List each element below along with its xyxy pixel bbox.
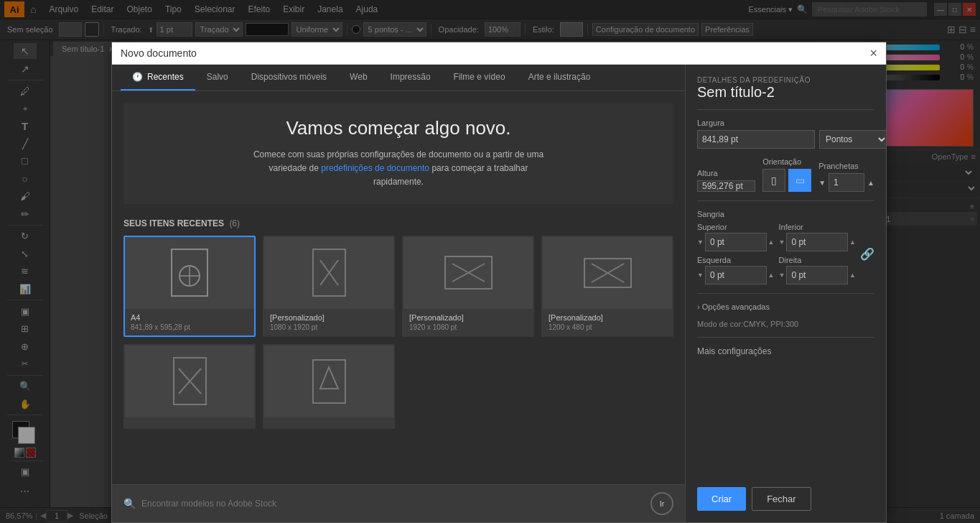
recent-count: (6) <box>229 218 240 228</box>
modal-title: Novo documento <box>121 47 197 59</box>
stock-search-bar: 🔍 Ir <box>112 484 685 522</box>
height-input[interactable] <box>697 180 755 192</box>
width-input[interactable] <box>697 130 815 149</box>
modal-header: Novo documento × <box>112 42 886 65</box>
custom-icon-4 <box>581 255 635 291</box>
sangria-section: Sangria Superior ▼ ▲ <box>697 210 874 284</box>
inferior-input[interactable] <box>786 233 848 251</box>
artboards-label: Pranchetas <box>818 162 874 170</box>
modal-body: 🕐 Recentes Salvo Dispositivos móveis Web… <box>112 65 886 522</box>
superior-label: Superior <box>697 223 775 231</box>
recent-item-info: A4 841,89 x 595,28 pt <box>125 309 254 335</box>
link-sangria-icon[interactable]: 🔗 <box>860 247 874 261</box>
orientation-row: Orientação ▯ ▭ <box>762 157 811 192</box>
landscape-button[interactable]: ▭ <box>788 169 811 192</box>
modal-left-panel: 🕐 Recentes Salvo Dispositivos móveis Web… <box>112 65 685 522</box>
modal-tabs: 🕐 Recentes Salvo Dispositivos móveis Web… <box>112 65 685 91</box>
width-label: Largura <box>697 119 874 127</box>
tab-filme[interactable]: Filme e vídeo <box>442 65 517 91</box>
tab-impressao[interactable]: Impressão <box>379 65 442 91</box>
tab-web[interactable]: Web <box>338 65 378 91</box>
search-go-button[interactable]: Ir <box>650 492 673 515</box>
superior-up[interactable]: ▲ <box>768 239 775 246</box>
esquerda-label: Esquerda <box>697 256 775 264</box>
artboards-down-icon[interactable]: ▼ <box>818 179 826 187</box>
advanced-options-toggle[interactable]: › Opções avançadas <box>697 302 874 311</box>
esquerda-down[interactable]: ▼ <box>697 272 704 279</box>
recent-item-thumb-2 <box>264 237 393 309</box>
direita-down[interactable]: ▼ <box>779 272 785 279</box>
recent-item-name: A4 <box>131 313 248 322</box>
a4-icon <box>168 246 211 300</box>
mode-info: Modo de cor:CMYK, PPI:300 <box>697 320 874 328</box>
artboards-row: Pranchetas ▼ ▲ <box>818 162 874 192</box>
tab-dispositivos[interactable]: Dispositivos móveis <box>240 65 338 91</box>
orientation-label: Orientação <box>762 157 811 166</box>
clock-icon: 🕐 <box>132 72 143 82</box>
predef-link[interactable]: predefinições de documento <box>321 163 429 173</box>
custom-icon-2 <box>309 246 349 300</box>
direita-label: Direita <box>779 256 857 264</box>
tab-salvo[interactable]: Salvo <box>195 65 240 91</box>
recent-section-title: SEUS ITENS RECENTES (6) <box>123 218 673 228</box>
direita-up[interactable]: ▲ <box>849 272 856 279</box>
artboards-up-icon[interactable]: ▲ <box>867 179 874 187</box>
modal-footer-buttons: Criar Fechar <box>697 487 874 511</box>
sangria-esquerda: Esquerda ▼ ▲ <box>697 256 775 284</box>
esquerda-up[interactable]: ▲ <box>768 272 775 279</box>
height-label: Altura <box>697 169 755 177</box>
recent-item-a4[interactable]: A4 841,89 x 595,28 pt <box>123 236 256 337</box>
recent-item-name-2: [Personalizado] <box>270 313 388 322</box>
fechar-button[interactable]: Fechar <box>752 487 811 511</box>
new-document-modal: Novo documento × 🕐 Recentes Salvo Dispos… <box>111 42 887 523</box>
recent-item-thumb-5 <box>125 346 254 417</box>
tab-recentes[interactable]: 🕐 Recentes <box>121 65 195 91</box>
unit-select[interactable]: Pontos Pixels Milímetros Centímetros <box>819 130 886 149</box>
recent-item-3[interactable]: [Personalizado] 1920 x 1080 pt <box>402 236 534 337</box>
recent-item-4[interactable]: [Personalizado] 1200 x 480 pt <box>541 236 673 337</box>
orientation-buttons: ▯ ▭ <box>762 169 811 192</box>
modal-right-panel: DETALHES DA PREDEFINIÇÃO Sem título-2 La… <box>685 65 886 522</box>
recent-item-name-3: [Personalizado] <box>409 313 527 322</box>
recent-item-thumb <box>125 237 254 309</box>
inferior-up[interactable]: ▲ <box>849 239 856 246</box>
direita-input[interactable] <box>786 266 848 284</box>
modal-scroll-content[interactable]: Vamos começar algo novo. Comece com suas… <box>112 91 685 484</box>
superior-input[interactable] <box>705 233 767 251</box>
recent-item-size-2: 1080 x 1920 pt <box>270 323 388 331</box>
recent-item-2[interactable]: [Personalizado] 1080 x 1920 pt <box>263 236 395 337</box>
portrait-button[interactable]: ▯ <box>762 169 785 192</box>
recent-item-info-2: [Personalizado] 1080 x 1920 pt <box>264 309 393 335</box>
sangria-inferior: Inferior ▼ ▲ <box>779 223 857 251</box>
sangria-label: Sangria <box>697 210 874 218</box>
predef-document-name: Sem título-2 <box>697 84 874 101</box>
recent-grid: A4 841,89 x 595,28 pt <box>123 236 673 337</box>
inferior-down[interactable]: ▼ <box>779 239 785 246</box>
recent-item-5[interactable] <box>123 344 256 429</box>
recent-item-size: 841,89 x 595,28 pt <box>131 323 248 331</box>
recent-item-info-4: [Personalizado] 1200 x 480 pt <box>543 309 672 335</box>
tab-arte[interactable]: Arte e ilustração <box>517 65 602 91</box>
recent-item-thumb-6 <box>264 346 393 417</box>
stock-search-field[interactable] <box>141 499 645 509</box>
width-row: Largura Pontos Pixels Milímetros Centíme… <box>697 119 874 149</box>
recent-item-thumb-3 <box>403 237 533 309</box>
recent-item-6[interactable] <box>263 344 395 429</box>
recent-grid-row2 <box>123 344 673 429</box>
modal-overlay: Novo documento × 🕐 Recentes Salvo Dispos… <box>0 0 980 523</box>
modal-close-button[interactable]: × <box>869 47 877 60</box>
sangria-superior: Superior ▼ ▲ <box>697 223 775 251</box>
hero-text: Comece com suas próprias configurações d… <box>152 148 645 190</box>
sangria-fields: Superior ▼ ▲ Inferior ▼ <box>697 223 874 284</box>
superior-down[interactable]: ▼ <box>697 239 704 246</box>
recent-item-thumb-4 <box>543 237 672 309</box>
mais-configuracoes-link[interactable]: Mais configurações <box>697 346 874 356</box>
criar-button[interactable]: Criar <box>697 487 746 511</box>
esquerda-input[interactable] <box>705 266 767 284</box>
search-icon-modal: 🔍 <box>123 498 136 509</box>
custom-icon-5 <box>170 354 210 408</box>
artboards-input[interactable] <box>829 173 864 192</box>
predef-details-label: DETALHES DA PREDEFINIÇÃO <box>697 76 874 84</box>
hero-section: Vamos começar algo novo. Comece com suas… <box>123 103 673 204</box>
sangria-direita: Direita ▼ ▲ <box>779 256 857 284</box>
